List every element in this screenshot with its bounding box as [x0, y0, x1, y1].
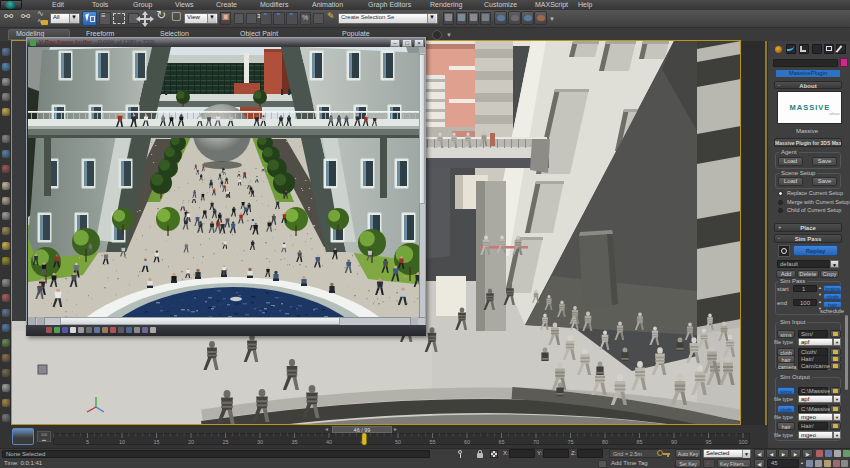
svg-text:100: 100: [738, 439, 747, 445]
svg-text:60: 60: [464, 439, 470, 445]
svg-text:65: 65: [498, 439, 504, 445]
svg-text:10: 10: [119, 439, 125, 445]
svg-text:25: 25: [222, 439, 228, 445]
svg-text:75: 75: [567, 439, 573, 445]
svg-text:55: 55: [429, 439, 435, 445]
svg-text:95: 95: [705, 439, 711, 445]
svg-text:90: 90: [671, 439, 677, 445]
svg-text:80: 80: [602, 439, 608, 445]
svg-text:50: 50: [395, 439, 401, 445]
svg-text:15: 15: [153, 439, 159, 445]
svg-text:5: 5: [86, 439, 89, 445]
svg-text:35: 35: [291, 439, 297, 445]
svg-text:20: 20: [188, 439, 194, 445]
svg-text:40: 40: [326, 439, 332, 445]
svg-text:85: 85: [636, 439, 642, 445]
svg-text:30: 30: [257, 439, 263, 445]
svg-text:70: 70: [533, 439, 539, 445]
